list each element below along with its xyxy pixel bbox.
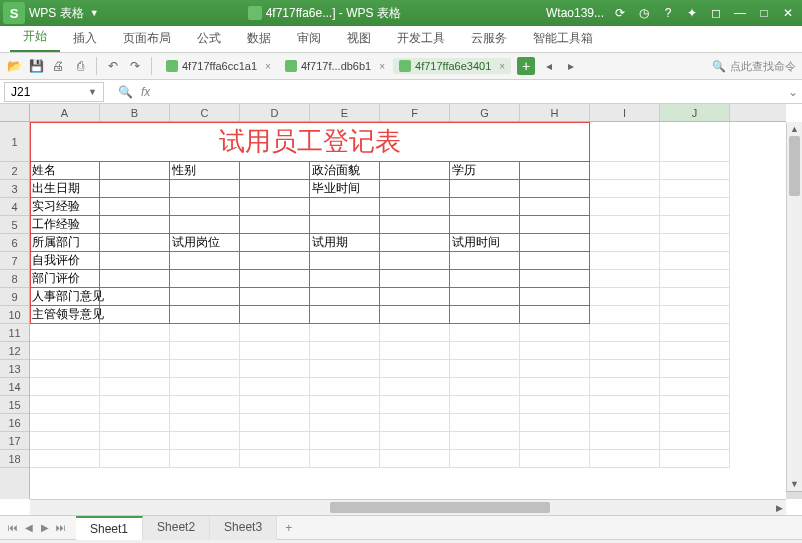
cell-F4[interactable] [380, 198, 450, 216]
cell-H8[interactable] [520, 270, 590, 288]
cell-B2[interactable] [100, 162, 170, 180]
cell-D11[interactable] [240, 324, 310, 342]
document-tab-0[interactable]: 4f717ffa6cc1a1× [160, 58, 277, 74]
col-header-G[interactable]: G [450, 104, 520, 121]
cell-I11[interactable] [590, 324, 660, 342]
cell-H7[interactable] [520, 252, 590, 270]
cell-D9[interactable] [240, 288, 310, 306]
app-menu-dropdown[interactable]: ▼ [90, 8, 99, 18]
cell-A9[interactable]: 人事部门意见 [30, 288, 170, 306]
ribbon-tab-9[interactable]: 智能工具箱 [520, 24, 606, 52]
cell-A12[interactable] [30, 342, 100, 360]
close-doc-icon[interactable]: × [379, 61, 385, 72]
print-preview-icon[interactable]: ⎙ [72, 58, 88, 74]
cell-A18[interactable] [30, 450, 100, 468]
row-header-2[interactable]: 2 [0, 162, 29, 180]
col-header-B[interactable]: B [100, 104, 170, 121]
cell-H17[interactable] [520, 432, 590, 450]
cell-J12[interactable] [660, 342, 730, 360]
cell-A14[interactable] [30, 378, 100, 396]
row-header-8[interactable]: 8 [0, 270, 29, 288]
cell-F3[interactable] [380, 180, 450, 198]
cell-H6[interactable] [520, 234, 590, 252]
col-header-F[interactable]: F [380, 104, 450, 121]
cell-J14[interactable] [660, 378, 730, 396]
cell-D7[interactable] [240, 252, 310, 270]
col-header-A[interactable]: A [30, 104, 100, 121]
cell-A5[interactable]: 工作经验 [30, 216, 100, 234]
cell-C17[interactable] [170, 432, 240, 450]
vsplit-handle[interactable] [786, 491, 802, 499]
cell-I2[interactable] [590, 162, 660, 180]
cell-F14[interactable] [380, 378, 450, 396]
cell-G10[interactable] [450, 306, 520, 324]
col-header-E[interactable]: E [310, 104, 380, 121]
cell-I16[interactable] [590, 414, 660, 432]
cell-J17[interactable] [660, 432, 730, 450]
sheet-tab-0[interactable]: Sheet1 [76, 516, 143, 540]
cell-H12[interactable] [520, 342, 590, 360]
cell-C3[interactable] [170, 180, 240, 198]
cell-G6[interactable]: 试用时间 [450, 234, 520, 252]
sheet-nav-next-icon[interactable]: ▶ [38, 522, 52, 533]
cell-B16[interactable] [100, 414, 170, 432]
row-header-3[interactable]: 3 [0, 180, 29, 198]
cell-C18[interactable] [170, 450, 240, 468]
redo-icon[interactable]: ↷ [127, 58, 143, 74]
cell-E16[interactable] [310, 414, 380, 432]
row-header-10[interactable]: 10 [0, 306, 29, 324]
cell-F17[interactable] [380, 432, 450, 450]
cell-C7[interactable] [170, 252, 240, 270]
ribbon-tab-0[interactable]: 开始 [10, 22, 60, 52]
cell-D3[interactable] [240, 180, 310, 198]
cell-G8[interactable] [450, 270, 520, 288]
ribbon-tab-3[interactable]: 公式 [184, 24, 234, 52]
hscroll-thumb[interactable] [330, 502, 550, 513]
cell-C5[interactable] [170, 216, 240, 234]
cell-B17[interactable] [100, 432, 170, 450]
cell-D4[interactable] [240, 198, 310, 216]
cell-F9[interactable] [380, 288, 450, 306]
sheet-nav-first-icon[interactable]: ⏮ [6, 522, 20, 533]
row-header-9[interactable]: 9 [0, 288, 29, 306]
cell-I1[interactable] [590, 122, 660, 162]
ribbon-tab-7[interactable]: 开发工具 [384, 24, 458, 52]
skin-icon[interactable]: ◻ [708, 5, 724, 21]
cell-C9[interactable] [170, 288, 240, 306]
cell-H9[interactable] [520, 288, 590, 306]
fx-label[interactable]: fx [141, 85, 150, 99]
horizontal-scrollbar[interactable]: ▶ [30, 499, 786, 515]
cell-F16[interactable] [380, 414, 450, 432]
cell-H11[interactable] [520, 324, 590, 342]
close-doc-icon[interactable]: × [265, 61, 271, 72]
maximize-button[interactable]: □ [756, 5, 772, 21]
cell-A6[interactable]: 所属部门 [30, 234, 100, 252]
cell-B6[interactable] [100, 234, 170, 252]
col-header-D[interactable]: D [240, 104, 310, 121]
cell-I10[interactable] [590, 306, 660, 324]
column-headers[interactable]: ABCDEFGHIJ [30, 104, 786, 122]
ribbon-tab-1[interactable]: 插入 [60, 24, 110, 52]
cell-B7[interactable] [100, 252, 170, 270]
open-icon[interactable]: 📂 [6, 58, 22, 74]
cell-J1[interactable] [660, 122, 730, 162]
command-search[interactable]: 🔍 点此查找命令 [712, 59, 796, 74]
cell-G3[interactable] [450, 180, 520, 198]
cell-A4[interactable]: 实习经验 [30, 198, 100, 216]
cell-G16[interactable] [450, 414, 520, 432]
sheet-nav-prev-icon[interactable]: ◀ [22, 522, 36, 533]
cell-I7[interactable] [590, 252, 660, 270]
whatsnew-icon[interactable]: ✦ [684, 5, 700, 21]
cell-F10[interactable] [380, 306, 450, 324]
select-all-corner[interactable] [0, 104, 30, 122]
cell-H2[interactable] [520, 162, 590, 180]
help-icon[interactable]: ? [660, 5, 676, 21]
cell-G9[interactable] [450, 288, 520, 306]
scroll-right-icon[interactable]: ▶ [772, 500, 786, 515]
cell-D15[interactable] [240, 396, 310, 414]
cell-F5[interactable] [380, 216, 450, 234]
cell-I5[interactable] [590, 216, 660, 234]
cell-I18[interactable] [590, 450, 660, 468]
cell-E18[interactable] [310, 450, 380, 468]
cell-D18[interactable] [240, 450, 310, 468]
